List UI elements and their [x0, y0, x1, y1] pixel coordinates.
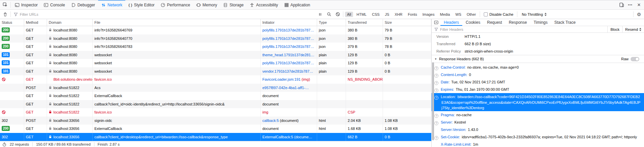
column-header-domain[interactable]: Domain: [47, 19, 93, 26]
block-url-button[interactable]: Block: [607, 26, 622, 32]
header-item[interactable]: ?X-Rate-Limit-Limit1m: [432, 141, 644, 147]
pause-traffic-button[interactable]: [316, 12, 325, 16]
type-filter-pill[interactable]: WS: [453, 12, 463, 17]
type-filter-pill[interactable]: Other: [465, 12, 478, 17]
tab-performance[interactable]: Performance: [158, 0, 193, 9]
request-row[interactable]: 200 GET localhost:33656: [0, 125, 431, 133]
request-row[interactable]: GET localhost:51822 callback?client_id=o…: [0, 100, 431, 108]
request-row[interactable]: 200 GET localhost:8080: [0, 34, 431, 43]
header-item[interactable]: ?Set-Cookieidsrv=adf6cba1-7075-402b-9ec3…: [432, 133, 644, 141]
resend-button[interactable]: Resend: [622, 26, 644, 32]
tab-memory[interactable]: Memory: [193, 0, 220, 9]
details-tab[interactable]: Response: [505, 19, 530, 26]
column-header-method[interactable]: Method: [24, 19, 47, 26]
request-row[interactable]: GET 8bit-solutions-dev.onelogin.... favi…: [0, 75, 431, 84]
initiator-link[interactable]: polyfills.1791b137de281b787…: [262, 36, 314, 41]
column-header-transferred[interactable]: Transferred: [346, 19, 383, 26]
header-item[interactable]: ?Server-Version1.43.0: [432, 126, 644, 133]
initiator-link[interactable]: FaviconLoader.jsm:191: [262, 77, 301, 81]
details-tab[interactable]: Timings: [530, 19, 551, 26]
header-item[interactable]: ?Content-Length0: [432, 71, 644, 78]
header-item[interactable]: ?DateTue, 02 Nov 2021 04:17:21 GMT: [432, 78, 644, 86]
response-headers-section-header[interactable]: ▼ Response Headers (662 B) Raw: [432, 55, 644, 63]
header-item[interactable]: ?ServerKestrel: [432, 119, 644, 126]
request-row[interactable]: GET localhost:51822 favicon.ico img CSP: [0, 108, 431, 117]
header-help-icon[interactable]: ?: [434, 136, 438, 140]
tab-accessibility[interactable]: Accessibility: [247, 0, 281, 9]
column-header-size[interactable]: Size: [383, 19, 431, 26]
split-panel-toggle-button[interactable]: [432, 19, 440, 26]
domain-cell: localhost:8080: [47, 26, 93, 34]
header-item[interactable]: ?Pragmano-cache: [432, 111, 644, 119]
initiator-link[interactable]: e957f897-042e-4ba1-aff1-…: [262, 86, 309, 90]
column-header-initiator[interactable]: Initiator: [261, 19, 317, 26]
summary-row: Referrer Policy strict-origin-when-cross…: [432, 48, 644, 55]
type-filter-pill[interactable]: JS: [383, 12, 391, 17]
header-name: Cache-Control: [441, 65, 466, 69]
request-row[interactable]: 101 GET localhost:8080: [0, 51, 431, 59]
request-row[interactable]: 302 POST localhost:33656: [0, 117, 431, 125]
type-filter-pill[interactable]: Images: [420, 12, 436, 17]
initiator-link[interactable]: callback:5: [262, 119, 279, 123]
disable-cache-control[interactable]: Disable Cache: [484, 12, 514, 16]
details-tab[interactable]: Stack Trace: [551, 19, 579, 26]
header-item[interactable]: ?Cache-Controlno-store, no-cache, max-ag…: [432, 64, 644, 71]
raw-toggle[interactable]: [631, 57, 639, 61]
tab-console[interactable]: Console: [41, 0, 68, 9]
search-requests-button[interactable]: [325, 12, 333, 16]
disable-cache-checkbox[interactable]: [484, 12, 488, 16]
type-filter-pill[interactable]: Media: [438, 12, 452, 17]
request-row[interactable]: POST localhost:51822 Acs e957f897-042e-4…: [0, 84, 431, 92]
block-requests-button[interactable]: [333, 12, 342, 16]
initiator-link[interactable]: vendor.1791b137de281b787…: [262, 69, 313, 73]
domain-cell: localhost:51822: [47, 92, 93, 100]
column-header-type[interactable]: Type: [317, 19, 346, 26]
details-tab[interactable]: Cookies: [462, 19, 483, 26]
meatball-menu-button[interactable]: •••: [626, 0, 635, 9]
header-help-icon[interactable]: ?: [434, 81, 438, 85]
details-tab[interactable]: Request: [484, 19, 506, 26]
header-help-icon[interactable]: ?: [434, 88, 438, 92]
column-header-file[interactable]: File: [93, 19, 261, 26]
header-help-icon[interactable]: ?: [434, 114, 438, 118]
header-help-icon[interactable]: ?: [434, 74, 438, 78]
tab-application[interactable]: Application: [281, 0, 313, 9]
filter-headers-input[interactable]: [440, 27, 607, 31]
throttling-select[interactable]: No Throttling: [522, 12, 547, 16]
request-row[interactable]: 200 GET localhost:8080: [0, 26, 431, 34]
responsive-design-button[interactable]: [617, 0, 626, 9]
type-filter-pill[interactable]: HTML: [354, 12, 369, 17]
initiator-link[interactable]: polyfills.1791b137de281b787…: [262, 61, 314, 65]
type-filter-pill[interactable]: XHR: [393, 12, 404, 17]
clear-requests-button[interactable]: [1, 12, 9, 17]
tab-style-editor[interactable]: { } Style Editor: [125, 0, 158, 9]
node-picker-button[interactable]: [1, 0, 9, 9]
initiator-link[interactable]: polyfills.1791b137de281b787…: [262, 28, 314, 32]
header-help-icon[interactable]: ?: [434, 121, 438, 125]
request-row[interactable]: GET localhost:51822 ExternalCallback doc…: [0, 92, 431, 100]
header-help-icon[interactable]: ?: [434, 96, 438, 100]
request-row[interactable]: 200 GET localhost:8080: [0, 43, 431, 51]
network-settings-button[interactable]: ⚙: [635, 12, 643, 17]
type-filter-pill[interactable]: Fonts: [406, 12, 419, 17]
request-row[interactable]: 302 GET localhost:33656: [0, 133, 431, 141]
tab-inspector[interactable]: Inspector: [12, 0, 41, 9]
toolbar-separator: [10, 2, 11, 8]
tab-debugger[interactable]: Debugger: [68, 0, 98, 9]
details-tab[interactable]: Headers: [440, 19, 462, 26]
request-row[interactable]: 101 GET localhost:8080: [0, 67, 431, 76]
details-scrollbar-thumb[interactable]: [432, 62, 434, 140]
tab-network[interactable]: Network: [98, 0, 125, 9]
type-filter-pill[interactable]: CSS: [370, 12, 382, 17]
column-header-status[interactable]: Status: [0, 19, 24, 26]
request-row[interactable]: 101 GET localhost:8080: [0, 59, 431, 67]
type-filter-pill[interactable]: All: [345, 12, 353, 17]
initiator-link[interactable]: theme_head.1791b137de281…: [262, 53, 314, 57]
header-help-icon[interactable]: ?: [434, 66, 438, 70]
header-item[interactable]: ?ExpiresThu, 01 Jan 1970 00:00:00 GMT: [432, 86, 644, 93]
header-item[interactable]: ?Locationbitwarden://sso-callback?code=9…: [432, 93, 644, 111]
close-devtools-button[interactable]: ✕: [635, 0, 643, 9]
filter-urls-input[interactable]: [20, 12, 316, 16]
initiator-link[interactable]: polyfills.1791b137de281b787…: [262, 45, 314, 49]
tab-storage[interactable]: Storage: [220, 0, 247, 9]
